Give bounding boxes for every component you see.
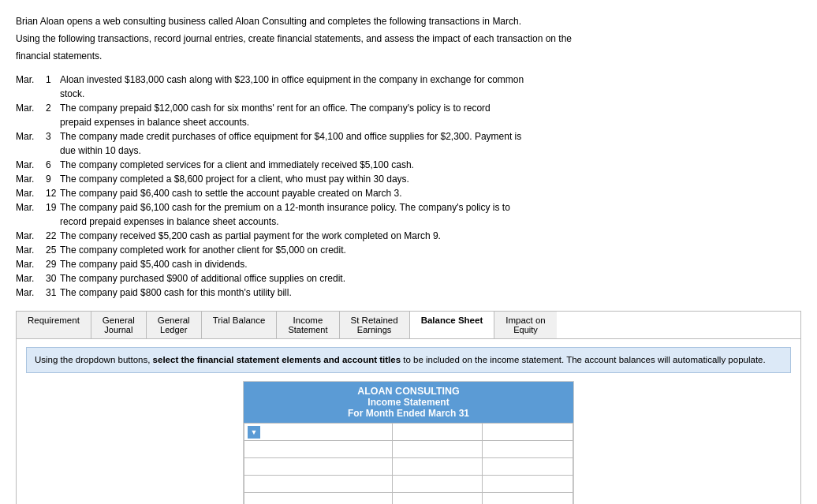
table-row [244, 493, 573, 504]
tab-income-statement[interactable]: IncomeStatement [277, 312, 339, 338]
transaction-row: prepaid expenses in balance sheet accoun… [60, 115, 801, 129]
tab-label-trial-balance: Trial Balance [213, 315, 266, 325]
dropdown-arrow-icon[interactable]: ▼ [248, 426, 260, 439]
mar-label: Mar. [16, 243, 46, 257]
intro-line1: Brian Aloan opens a web consulting busin… [16, 14, 801, 28]
transaction-row: Mar.12The company paid $6,400 cash to se… [16, 186, 801, 200]
transaction-row: due within 10 days. [60, 144, 801, 158]
tab-balance-sheet[interactable]: Balance Sheet [410, 312, 495, 338]
tab-label-general-journal: General [103, 315, 135, 325]
mar-label: Mar. [16, 158, 46, 172]
tab-impact-on-equity[interactable]: Impact onEquity [494, 312, 557, 338]
tx-text: The company purchased $900 of additional… [60, 271, 801, 286]
tab-label2-income-statement: Statement [288, 325, 327, 334]
intro-line3: financial statements. [16, 49, 801, 63]
statement-type: Income Statement [244, 397, 573, 408]
statement-header: ALOAN CONSULTING Income Statement For Mo… [244, 382, 573, 423]
transaction-row: Mar.6The company completed services for … [16, 158, 801, 172]
tab-trial-balance[interactable]: Trial Balance [202, 312, 278, 338]
table-row [244, 458, 573, 476]
instruction-box: Using the dropdown buttons, select the f… [26, 347, 791, 373]
day-label: 22 [46, 229, 60, 243]
transaction-row: stock. [60, 87, 801, 101]
table-cell [244, 441, 393, 458]
transaction-row: Mar.25The company completed work for ano… [16, 243, 801, 257]
transaction-row: Mar.31The company paid $800 cash for thi… [16, 286, 801, 300]
statement-table: ▼ [244, 423, 573, 504]
mar-label: Mar. [16, 286, 46, 300]
tx-text: The company completed a $8,600 project f… [60, 172, 801, 186]
day-label: 30 [46, 271, 60, 286]
tx-text: stock. [60, 88, 84, 99]
tab-bar: RequirementGeneralJournalGeneralLedgerTr… [16, 311, 801, 338]
statement-period: For Month Ended March 31 [244, 408, 573, 421]
tab-general-ledger[interactable]: GeneralLedger [147, 312, 202, 338]
tab-label-balance-sheet: Balance Sheet [421, 315, 483, 325]
tab-label-requirement: Requirement [28, 315, 80, 325]
tab-st-retained[interactable]: St RetainedEarnings [340, 312, 410, 338]
transaction-row: Mar.22The company received $5,200 cash a… [16, 229, 801, 243]
tab-label2-general-journal: Journal [103, 325, 135, 334]
tab-general-journal[interactable]: GeneralJournal [91, 312, 147, 338]
mar-label: Mar. [16, 172, 46, 186]
tx-text: The company paid $6,100 cash for the pre… [60, 200, 801, 215]
instruction-text1: Using the dropdown buttons, [35, 355, 153, 364]
table-cell [244, 458, 393, 476]
tx-text: The company paid $800 cash for this mont… [60, 286, 801, 300]
table-cell [392, 441, 483, 458]
instruction-bold: select the financial statement elements … [153, 355, 401, 364]
statement-container: ALOAN CONSULTING Income Statement For Mo… [243, 381, 574, 504]
amount-cell2 [483, 424, 573, 441]
table-cell [392, 458, 483, 476]
tab-label2-general-ledger: Ledger [158, 325, 190, 334]
table-cell [483, 476, 573, 493]
day-label: 2 [46, 101, 60, 115]
tx-text: Aloan invested $183,000 cash along with … [60, 73, 801, 87]
instruction-text2: to be included on the income statement. … [401, 355, 766, 364]
day-label: 29 [46, 257, 60, 271]
mar-label: Mar. [16, 229, 46, 243]
mar-label: Mar. [16, 73, 46, 87]
company-name: ALOAN CONSULTING [244, 386, 573, 397]
tx-text: The company completed work for another c… [60, 243, 801, 257]
table-cell [483, 441, 573, 458]
dropdown-cell[interactable]: ▼ [244, 424, 393, 441]
tab-label-income-statement: Income [288, 315, 327, 325]
amount-cell [392, 424, 483, 441]
table-row: ▼ [244, 424, 573, 441]
transaction-row: record prepaid expenses in balance sheet… [60, 215, 801, 229]
intro-section: Brian Aloan opens a web consulting busin… [16, 14, 801, 63]
mar-label: Mar. [16, 186, 46, 200]
transaction-row: Mar.29The company paid $5,400 cash in di… [16, 257, 801, 271]
table-cell [392, 476, 483, 493]
day-label: 6 [46, 158, 60, 172]
tab-label-general-ledger: General [158, 315, 190, 325]
table-cell [392, 493, 483, 504]
tab-label2-st-retained: Earnings [351, 325, 398, 334]
transaction-row: Mar.3The company made credit purchases o… [16, 129, 801, 144]
transaction-row: Mar.9The company completed a $8,600 proj… [16, 172, 801, 186]
tab-requirement[interactable]: Requirement [17, 312, 91, 338]
transactions-section: Mar.1Aloan invested $183,000 cash along … [16, 73, 801, 300]
tab-label-st-retained: St Retained [351, 315, 398, 325]
mar-label: Mar. [16, 129, 46, 144]
transaction-row: Mar.30The company purchased $900 of addi… [16, 271, 801, 286]
day-label: 12 [46, 186, 60, 200]
mar-label: Mar. [16, 200, 46, 215]
transaction-row: Mar.2The company prepaid $12,000 cash fo… [16, 101, 801, 115]
transaction-row: Mar.19The company paid $6,100 cash for t… [16, 200, 801, 215]
day-label: 9 [46, 172, 60, 186]
table-cell [244, 476, 393, 493]
tx-text: due within 10 days. [60, 145, 141, 156]
intro-line2: Using the following transactions, record… [16, 32, 801, 46]
tx-text: The company received $5,200 cash as part… [60, 229, 801, 243]
tx-text: The company paid $5,400 cash in dividend… [60, 257, 801, 271]
tx-text: record prepaid expenses in balance sheet… [60, 216, 279, 227]
mar-label: Mar. [16, 271, 46, 286]
day-label: 19 [46, 200, 60, 215]
tx-text: The company made credit purchases of off… [60, 129, 801, 144]
tx-text: prepaid expenses in balance sheet accoun… [60, 117, 249, 128]
table-row [244, 441, 573, 458]
table-cell [244, 493, 393, 504]
day-label: 31 [46, 286, 60, 300]
